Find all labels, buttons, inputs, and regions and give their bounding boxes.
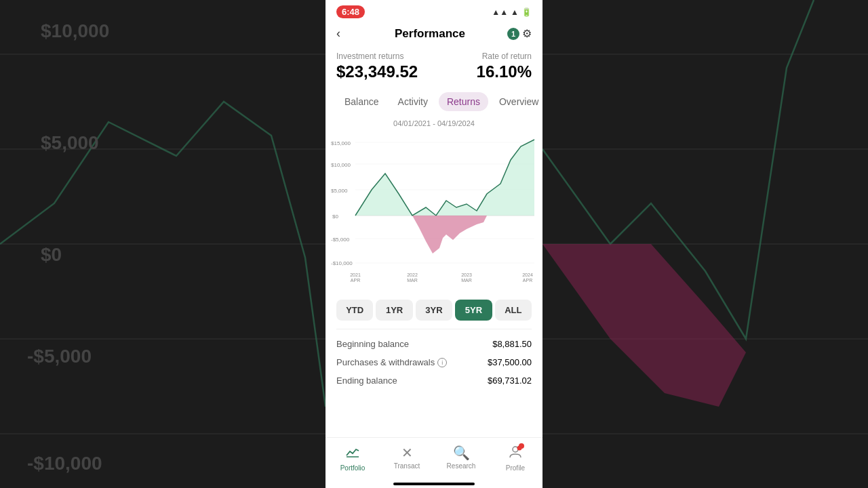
nav-transact[interactable]: ✕ Transact [380, 442, 434, 474]
app-header: ‹ Performance 1 ⚙ [326, 21, 542, 46]
svg-text:-$10,000: -$10,000 [331, 260, 353, 266]
page-title: Performance [353, 27, 507, 41]
svg-text:2023: 2023 [461, 272, 472, 277]
signal-icon: ▲▲ [492, 7, 508, 17]
research-icon: 🔍 [453, 445, 470, 461]
time-btn-1yr[interactable]: 1YR [376, 300, 412, 321]
svg-text:2022: 2022 [407, 272, 418, 277]
nav-research[interactable]: 🔍 Research [434, 442, 488, 474]
svg-text:2021: 2021 [350, 272, 361, 277]
svg-text:2024: 2024 [522, 272, 533, 277]
main-content: Investment returns Rate of return $23,34… [326, 46, 542, 437]
tab-returns[interactable]: Returns [439, 92, 488, 111]
date-range: 04/01/2021 - 04/19/2024 [326, 117, 542, 133]
tab-balance[interactable]: Balance [336, 92, 387, 111]
transact-label: Transact [394, 462, 420, 470]
ending-balance-value: $69,731.02 [488, 375, 532, 386]
svg-text:$10,000: $10,000 [331, 162, 351, 168]
portfolio-icon [345, 445, 360, 463]
svg-text:APR: APR [523, 278, 532, 283]
svg-marker-5 [542, 244, 746, 407]
notification-badge[interactable]: 1 [507, 28, 519, 40]
time-btn-5yr[interactable]: 5YR [455, 300, 492, 321]
bg-label-5k: $5,000 [41, 132, 99, 154]
nav-portfolio[interactable]: Portfolio [326, 442, 380, 474]
phone-container: 6:48 ▲▲ ▲ 🔋 ‹ Performance 1 ⚙ Investment… [326, 0, 542, 488]
purchases-label: Purchases & withdrawals i [336, 357, 447, 367]
bg-label-neg10k: -$10,000 [27, 453, 102, 474]
chart-container: $15,000 $10,000 $5,000 $0 -$5,000 -$10,0… [326, 133, 542, 291]
status-bar: 6:48 ▲▲ ▲ 🔋 [326, 0, 542, 21]
tab-activity[interactable]: Activity [390, 92, 436, 111]
tabs-container: Balance Activity Returns Overview [326, 89, 542, 117]
performance-chart: $15,000 $10,000 $5,000 $0 -$5,000 -$10,0… [331, 133, 537, 289]
returns-value: $23,349.52 [336, 62, 418, 81]
home-indicator [393, 483, 475, 485]
beginning-balance-label: Beginning balance [336, 339, 409, 349]
svg-marker-19 [412, 216, 487, 253]
battery-icon: 🔋 [521, 7, 532, 17]
bottom-navigation: Portfolio ✕ Transact 🔍 Research Profile [326, 437, 542, 480]
status-icons: ▲▲ ▲ 🔋 [492, 7, 532, 17]
info-icon[interactable]: i [437, 358, 447, 367]
purchases-value: $37,500.00 [488, 357, 532, 367]
stat-row-beginning: Beginning balance $8,881.50 [336, 335, 532, 353]
nav-profile[interactable]: Profile [488, 442, 542, 474]
research-label: Research [447, 462, 476, 470]
investment-summary: Investment returns Rate of return $23,34… [326, 46, 542, 89]
beginning-balance-value: $8,881.50 [492, 339, 532, 349]
rate-label: Rate of return [482, 52, 532, 61]
returns-label: Investment returns [336, 52, 403, 61]
bg-label-0: $0 [41, 244, 62, 266]
stat-row-ending: Ending balance $69,731.02 [336, 371, 532, 390]
tab-overview[interactable]: Overview [491, 92, 542, 111]
profile-label: Profile [506, 464, 525, 472]
svg-point-30 [517, 446, 522, 451]
svg-text:-$5,000: -$5,000 [331, 237, 350, 243]
svg-text:MAR: MAR [461, 278, 472, 283]
rate-value: 16.10% [477, 62, 532, 81]
filter-icon[interactable]: ⚙ [522, 27, 532, 40]
wifi-icon: ▲ [511, 7, 519, 17]
time-btn-all[interactable]: ALL [495, 300, 532, 321]
stat-row-purchases: Purchases & withdrawals i $37,500.00 [336, 353, 532, 371]
svg-text:$5,000: $5,000 [331, 188, 348, 194]
time-selector: YTD 1YR 3YR 5YR ALL [326, 291, 542, 329]
portfolio-label: Portfolio [340, 464, 366, 472]
header-actions: 1 ⚙ [507, 27, 532, 40]
svg-text:MAR: MAR [407, 278, 418, 283]
status-time: 6:48 [336, 5, 365, 18]
profile-icon [508, 445, 523, 463]
stats-section: Beginning balance $8,881.50 Purchases & … [326, 329, 542, 395]
time-btn-ytd[interactable]: YTD [336, 300, 373, 321]
svg-text:$15,000: $15,000 [331, 140, 351, 146]
svg-text:APR: APR [351, 278, 360, 283]
bg-label-neg5k: -$5,000 [27, 346, 92, 367]
back-button[interactable]: ‹ [336, 26, 353, 41]
bg-label-10k: $10,000 [41, 20, 109, 42]
transact-icon: ✕ [401, 445, 413, 461]
svg-text:$0: $0 [332, 214, 338, 220]
time-btn-3yr[interactable]: 3YR [416, 300, 452, 321]
ending-balance-label: Ending balance [336, 375, 397, 386]
